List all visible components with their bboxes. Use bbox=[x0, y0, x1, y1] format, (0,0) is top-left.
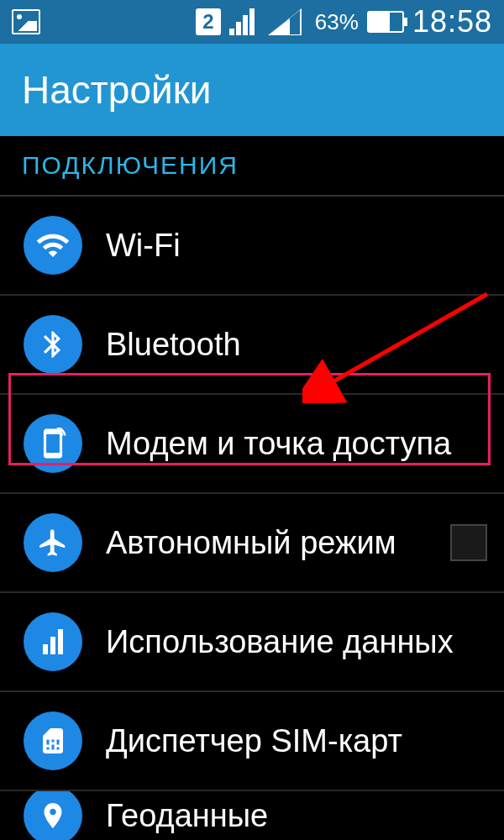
settings-item-tethering[interactable]: Модем и точка доступа bbox=[0, 395, 504, 494]
page-title-label: Настройки bbox=[22, 67, 212, 113]
signal-bars-icon bbox=[229, 8, 260, 35]
settings-item-data-usage[interactable]: Использование данных bbox=[0, 593, 504, 692]
settings-item-wifi[interactable]: Wi-Fi bbox=[0, 197, 504, 296]
settings-item-location[interactable]: Геоданные bbox=[0, 791, 504, 840]
svg-rect-0 bbox=[43, 644, 48, 654]
sim-indicator: 2 bbox=[196, 8, 221, 35]
item-label: Диспетчер SIM-карт bbox=[106, 723, 402, 759]
location-icon bbox=[24, 791, 82, 840]
page-title: Настройки bbox=[0, 44, 504, 136]
settings-item-bluetooth[interactable]: Bluetooth bbox=[0, 296, 504, 395]
settings-item-sim[interactable]: Диспетчер SIM-карт bbox=[0, 692, 504, 791]
status-bar: 2 63% 18:58 bbox=[0, 0, 504, 44]
item-label: Автономный режим bbox=[106, 525, 396, 561]
hotspot-icon bbox=[24, 414, 82, 473]
item-label: Wi-Fi bbox=[106, 228, 181, 264]
airplane-icon bbox=[24, 513, 82, 572]
clock: 18:58 bbox=[412, 4, 492, 39]
item-label: Bluetooth bbox=[106, 327, 241, 363]
item-label: Модем и точка доступа bbox=[106, 426, 451, 462]
data-usage-icon bbox=[24, 612, 82, 671]
section-header-label: ПОДКЛЮЧЕНИЯ bbox=[22, 151, 239, 179]
wifi-icon bbox=[24, 216, 82, 275]
bluetooth-icon bbox=[24, 315, 82, 374]
screenshot-icon bbox=[12, 9, 40, 34]
section-header-connections: ПОДКЛЮЧЕНИЯ bbox=[0, 136, 504, 197]
item-label: Использование данных bbox=[106, 624, 454, 660]
settings-item-airplane[interactable]: Автономный режим bbox=[0, 494, 504, 593]
signal-strength-icon bbox=[268, 8, 307, 35]
item-label: Геоданные bbox=[106, 798, 268, 834]
battery-percent: 63% bbox=[315, 9, 359, 35]
airplane-checkbox[interactable] bbox=[450, 524, 487, 561]
svg-rect-1 bbox=[50, 637, 55, 654]
battery-icon bbox=[367, 11, 404, 33]
sim-icon bbox=[24, 711, 82, 770]
svg-rect-2 bbox=[58, 629, 63, 654]
